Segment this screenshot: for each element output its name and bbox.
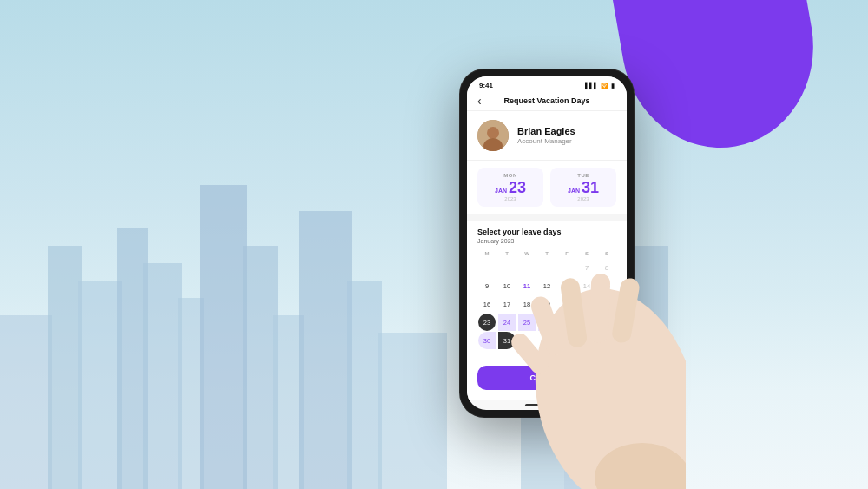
from-day-label: MON	[484, 173, 536, 178]
status-icons: ▌▌▌ 🛜 ▮	[585, 83, 615, 89]
to-day-label: TUE	[557, 173, 609, 178]
to-year: 2023	[557, 196, 609, 202]
profile-role: Account Manager	[517, 137, 616, 145]
avatar-image	[477, 120, 509, 151]
cal-empty-1	[478, 259, 496, 276]
profile-name: Brian Eagles	[517, 126, 616, 136]
nav-bar: ‹ Request Vacation Days	[467, 91, 627, 111]
from-year: 2023	[484, 196, 536, 202]
back-button[interactable]: ‹	[477, 94, 482, 108]
cal-day-9[interactable]: 9	[478, 277, 496, 294]
avatar	[477, 120, 509, 151]
cal-header-m: M	[477, 249, 496, 258]
profile-info: Brian Eagles Account Manager	[517, 126, 616, 145]
cal-day-23[interactable]: 23	[478, 314, 496, 331]
skyline-background	[0, 159, 868, 489]
hand-illustration	[495, 226, 686, 489]
cal-day-30[interactable]: 30	[478, 332, 496, 349]
to-month: JAN 31	[557, 180, 609, 195]
time-display: 9:41	[479, 82, 493, 89]
svg-point-8	[487, 127, 499, 139]
status-bar: 9:41 ▌▌▌ 🛜 ▮	[467, 76, 627, 91]
date-to-card[interactable]: TUE JAN 31 2023	[550, 168, 616, 207]
phone-mockup: 9:41 ▌▌▌ 🛜 ▮ ‹ Request Vacation Days	[460, 69, 634, 417]
date-from-card[interactable]: MON JAN 23 2023	[477, 168, 543, 207]
signal-icon: ▌▌▌	[585, 83, 598, 89]
cal-day-16[interactable]: 16	[478, 295, 496, 313]
battery-icon: ▮	[611, 83, 615, 89]
nav-title: Request Vacation Days	[503, 96, 589, 105]
date-cards: MON JAN 23 2023 TUE JAN 31 2023	[467, 161, 627, 221]
from-month: JAN 23	[484, 180, 536, 195]
wifi-icon: 🛜	[601, 83, 608, 89]
profile-section: Brian Eagles Account Manager	[467, 111, 627, 161]
svg-rect-4	[589, 274, 611, 344]
